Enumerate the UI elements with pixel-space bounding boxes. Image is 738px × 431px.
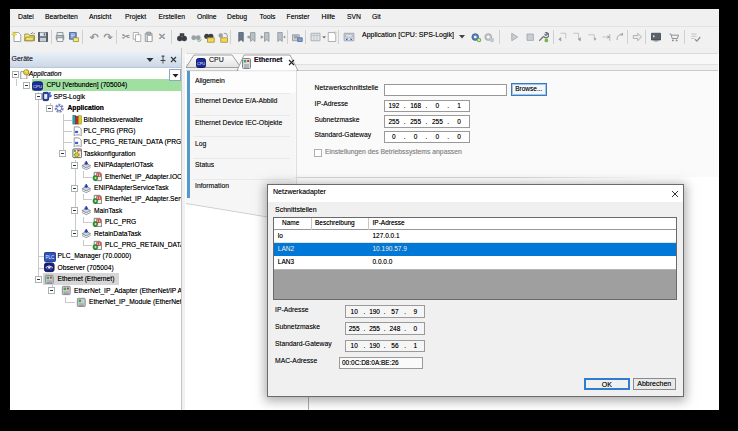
- svg-text:PLC: PLC: [46, 254, 56, 259]
- svg-text:CPU: CPU: [196, 61, 205, 66]
- svg-text:CPU: CPU: [33, 83, 42, 88]
